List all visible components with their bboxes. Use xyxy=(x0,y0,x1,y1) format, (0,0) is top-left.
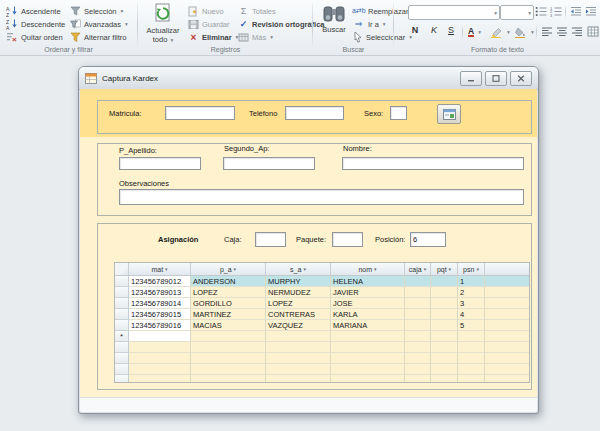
cell-nom[interactable]: MARIANA xyxy=(331,320,405,331)
row-selector[interactable] xyxy=(115,298,129,309)
indent-decrease-button[interactable] xyxy=(569,5,583,18)
paquete-input[interactable] xyxy=(332,232,363,247)
cell-psn[interactable] xyxy=(458,353,485,364)
cell-p_a[interactable] xyxy=(191,331,266,342)
clear-sort-button[interactable]: × Quitar orden xyxy=(6,31,63,43)
cell-pqt[interactable] xyxy=(431,320,458,331)
cell-p_a[interactable]: LOPEZ xyxy=(191,287,266,298)
row-selector[interactable] xyxy=(115,342,129,353)
column-filter-caret[interactable]: ▾ xyxy=(165,266,168,272)
cell-caja[interactable] xyxy=(405,298,431,309)
maximize-button[interactable] xyxy=(485,71,507,86)
column-header-p_a[interactable]: p_a▾ xyxy=(191,263,266,275)
toggle-filter-button[interactable]: Alternar filtro xyxy=(70,31,127,43)
column-header-pqt[interactable]: pqt▾ xyxy=(431,263,458,275)
cell-caja[interactable] xyxy=(405,309,431,320)
cell-nom[interactable]: JOSE xyxy=(331,298,405,309)
cell-psn[interactable]: 5 xyxy=(458,320,485,331)
cell-pqt[interactable] xyxy=(431,375,458,383)
cell-s_a[interactable]: NERMUDEZ xyxy=(266,287,331,298)
font-color-button[interactable]: A ▾ xyxy=(468,26,481,38)
cell-pqt[interactable] xyxy=(431,342,458,353)
cell-caja[interactable] xyxy=(405,276,431,287)
minimize-button[interactable] xyxy=(460,71,482,86)
align-right-button[interactable] xyxy=(570,25,584,38)
column-filter-caret[interactable]: ▾ xyxy=(374,266,377,272)
cell-p_a[interactable] xyxy=(191,342,266,353)
cell-psn[interactable] xyxy=(458,375,485,383)
matricula-input[interactable] xyxy=(165,106,235,120)
cell-mat[interactable]: 123456789013 xyxy=(129,287,191,298)
cell-p_a[interactable]: GORDILLO xyxy=(191,298,266,309)
highlight-button[interactable]: ▾ xyxy=(490,26,510,38)
cell-p_a[interactable] xyxy=(191,375,266,383)
empty-row[interactable] xyxy=(115,342,529,353)
column-filter-caret[interactable]: ▾ xyxy=(303,266,306,272)
underline-button[interactable]: S xyxy=(444,25,458,35)
cell-caja[interactable] xyxy=(405,353,431,364)
cell-mat[interactable]: 123456789012 xyxy=(129,276,191,287)
column-filter-caret[interactable]: ▾ xyxy=(424,266,427,272)
telefono-input[interactable] xyxy=(285,106,344,120)
column-filter-caret[interactable]: ▾ xyxy=(476,266,479,272)
column-filter-caret[interactable]: ▾ xyxy=(449,266,452,272)
cell-p_a[interactable] xyxy=(191,353,266,364)
table-row[interactable]: 123456789013LOPEZNERMUDEZJAVIER2 xyxy=(115,287,529,298)
align-center-button[interactable] xyxy=(555,25,569,38)
cell-s_a[interactable] xyxy=(266,375,331,383)
table-row[interactable]: 123456789012ANDERSONMURPHYHELENA1 xyxy=(115,276,529,287)
cell-mat[interactable] xyxy=(129,375,191,383)
cell-nom[interactable] xyxy=(331,342,405,353)
row-selector[interactable] xyxy=(115,375,129,383)
cell-p_a[interactable]: ANDERSON xyxy=(191,276,266,287)
cell-pqt[interactable] xyxy=(431,364,458,375)
new-record-row[interactable]: * xyxy=(115,331,529,342)
cell-pqt[interactable] xyxy=(431,276,458,287)
cell-caja[interactable] xyxy=(405,287,431,298)
select-button[interactable]: Seleccionar ▾ xyxy=(352,31,412,43)
cell-s_a[interactable]: CONTRERAS xyxy=(266,309,331,320)
cell-mat[interactable] xyxy=(129,353,191,364)
empty-row[interactable] xyxy=(115,375,529,383)
segundo-ap-input[interactable] xyxy=(223,157,315,170)
row-selector[interactable] xyxy=(115,364,129,375)
cell-psn[interactable]: 4 xyxy=(458,309,485,320)
cell-nom[interactable]: KARLA xyxy=(331,309,405,320)
row-selector[interactable] xyxy=(115,276,129,287)
sort-ascending-button[interactable]: AZ Ascendente xyxy=(6,5,61,17)
gridlines-button[interactable] xyxy=(586,25,600,38)
cell-caja[interactable] xyxy=(405,331,431,342)
row-selector[interactable] xyxy=(115,320,129,331)
fill-color-button[interactable]: ▾ xyxy=(514,26,534,38)
observaciones-input[interactable] xyxy=(119,189,524,205)
column-header-s_a[interactable]: s_a▾ xyxy=(266,263,331,275)
row-selector[interactable] xyxy=(115,353,129,364)
column-filter-caret[interactable]: ▾ xyxy=(234,266,237,272)
refresh-all-button[interactable]: Actualizar todo ▾ xyxy=(141,3,185,44)
find-button[interactable]: Buscar xyxy=(316,4,352,35)
cell-nom[interactable] xyxy=(331,375,405,383)
cell-s_a[interactable] xyxy=(266,331,331,342)
cell-p_a[interactable]: MACIAS xyxy=(191,320,266,331)
empty-row[interactable] xyxy=(115,364,529,375)
cell-caja[interactable] xyxy=(405,320,431,331)
table-row[interactable]: 123456789016MACIASVAZQUEZMARIANA5 xyxy=(115,320,529,331)
font-family-combo[interactable]: ▾ xyxy=(408,5,500,20)
caja-input[interactable] xyxy=(255,232,286,247)
sort-descending-button[interactable]: ZA Descendente xyxy=(6,18,65,30)
column-header-nom[interactable]: nom▾ xyxy=(331,263,405,275)
cell-caja[interactable] xyxy=(405,342,431,353)
cell-s_a[interactable]: VAZQUEZ xyxy=(266,320,331,331)
cell-nom[interactable] xyxy=(331,331,405,342)
cell-caja[interactable] xyxy=(405,364,431,375)
filter-selection-button[interactable]: Selección ▾ xyxy=(70,5,123,17)
cell-pqt[interactable] xyxy=(431,331,458,342)
cell-nom[interactable] xyxy=(331,353,405,364)
totals-button[interactable]: Σ Totales xyxy=(238,5,276,17)
new-record-button[interactable]: * Nuevo xyxy=(188,5,224,17)
column-header-psn[interactable]: psn▾ xyxy=(458,263,485,275)
cell-psn[interactable]: 2 xyxy=(458,287,485,298)
cell-mat[interactable] xyxy=(129,331,191,342)
posicion-input[interactable] xyxy=(410,232,446,247)
align-left-button[interactable] xyxy=(540,25,554,38)
